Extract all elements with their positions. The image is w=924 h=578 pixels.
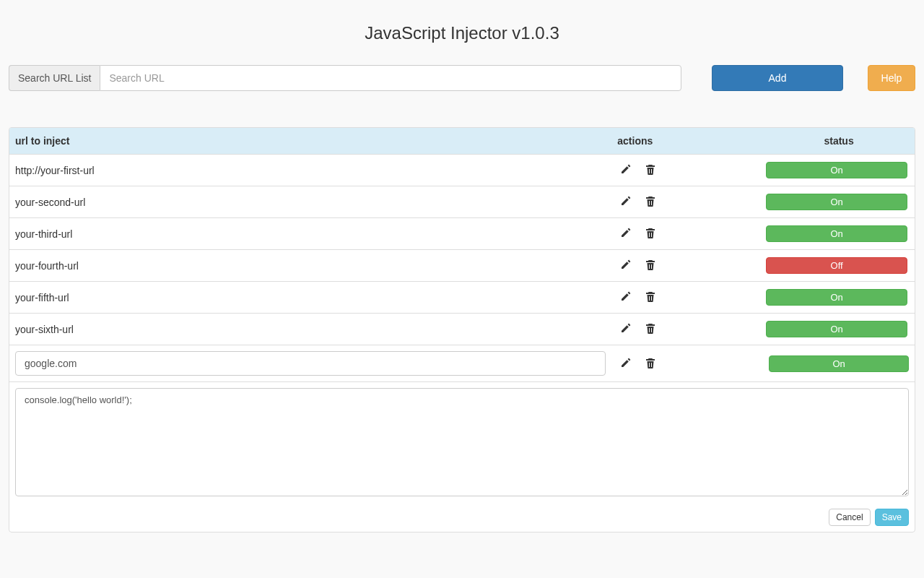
url-cell: your-fifth-url bbox=[9, 282, 611, 314]
status-toggle-button[interactable]: On bbox=[769, 355, 909, 372]
status-toggle-button[interactable]: Off bbox=[766, 257, 907, 274]
status-toggle-button[interactable]: On bbox=[766, 321, 907, 337]
col-header-url: url to inject bbox=[9, 128, 611, 155]
trash-icon bbox=[645, 290, 656, 304]
status-cell: On bbox=[763, 314, 915, 345]
col-header-actions: actions bbox=[611, 128, 763, 155]
status-cell: On bbox=[763, 282, 915, 314]
trash-icon bbox=[645, 195, 656, 209]
table-row: On bbox=[9, 345, 915, 382]
pencil-icon bbox=[620, 195, 632, 209]
pencil-icon bbox=[620, 163, 632, 177]
url-edit-input[interactable] bbox=[15, 351, 606, 376]
delete-button[interactable] bbox=[642, 289, 659, 306]
pencil-icon bbox=[620, 259, 632, 272]
status-cell: On bbox=[763, 345, 915, 382]
trash-icon bbox=[645, 259, 656, 272]
status-cell: On bbox=[763, 155, 915, 186]
url-cell: your-third-url bbox=[9, 218, 611, 250]
status-toggle-button[interactable]: On bbox=[766, 194, 907, 210]
actions-cell bbox=[611, 218, 763, 250]
search-input[interactable] bbox=[100, 65, 681, 91]
table-row: your-fifth-url On bbox=[9, 282, 915, 314]
trash-icon bbox=[645, 322, 656, 336]
pencil-icon bbox=[620, 322, 632, 336]
url-cell: your-second-url bbox=[9, 186, 611, 218]
url-cell: http://your-first-url bbox=[9, 155, 611, 186]
trash-icon bbox=[645, 163, 656, 177]
url-cell: your-sixth-url bbox=[9, 314, 611, 345]
code-row bbox=[9, 382, 915, 505]
edit-button[interactable] bbox=[617, 225, 635, 242]
actions-cell bbox=[611, 314, 763, 345]
url-cell bbox=[9, 345, 611, 382]
url-table-panel: url to inject actions status http://your… bbox=[9, 127, 915, 532]
pencil-icon bbox=[620, 357, 632, 371]
table-row: your-sixth-url On bbox=[9, 314, 915, 345]
page-title: JavaScript Injector v1.0.3 bbox=[9, 23, 915, 43]
col-header-status: status bbox=[763, 128, 915, 155]
table-row: your-fourth-url Off bbox=[9, 250, 915, 282]
edit-button[interactable] bbox=[617, 289, 635, 306]
cancel-button[interactable]: Cancel bbox=[829, 509, 870, 526]
search-addon-label: Search URL List bbox=[9, 65, 100, 91]
status-toggle-button[interactable]: On bbox=[766, 162, 907, 178]
spacer bbox=[681, 65, 712, 91]
delete-button[interactable] bbox=[642, 355, 659, 372]
pencil-icon bbox=[620, 227, 632, 241]
delete-button[interactable] bbox=[642, 321, 659, 337]
edit-button[interactable] bbox=[617, 321, 635, 337]
url-cell: your-fourth-url bbox=[9, 250, 611, 282]
trash-icon bbox=[645, 357, 656, 371]
status-cell: On bbox=[763, 218, 915, 250]
trash-icon bbox=[645, 227, 656, 241]
edit-button[interactable] bbox=[617, 355, 635, 372]
actions-cell bbox=[611, 282, 763, 314]
status-cell: On bbox=[763, 186, 915, 218]
delete-button[interactable] bbox=[642, 162, 659, 178]
save-button[interactable]: Save bbox=[875, 509, 909, 526]
code-textarea[interactable] bbox=[15, 388, 909, 496]
edit-button[interactable] bbox=[617, 194, 635, 210]
top-bar: Search URL List Add Help bbox=[9, 65, 915, 91]
delete-button[interactable] bbox=[642, 225, 659, 242]
add-button[interactable]: Add bbox=[712, 65, 843, 91]
edit-button[interactable] bbox=[617, 162, 635, 178]
status-toggle-button[interactable]: On bbox=[766, 225, 907, 242]
actions-cell bbox=[611, 250, 763, 282]
help-button[interactable]: Help bbox=[868, 65, 915, 91]
status-cell: Off bbox=[763, 250, 915, 282]
actions-cell bbox=[611, 186, 763, 218]
footer-row: CancelSave bbox=[9, 504, 915, 532]
table-row: your-third-url On bbox=[9, 218, 915, 250]
edit-button[interactable] bbox=[617, 257, 635, 274]
url-table: url to inject actions status http://your… bbox=[9, 128, 915, 532]
delete-button[interactable] bbox=[642, 257, 659, 274]
pencil-icon bbox=[620, 290, 632, 304]
actions-cell bbox=[611, 155, 763, 186]
actions-cell bbox=[611, 345, 763, 382]
status-toggle-button[interactable]: On bbox=[766, 289, 907, 306]
delete-button[interactable] bbox=[642, 194, 659, 210]
table-row: your-second-url On bbox=[9, 186, 915, 218]
table-row: http://your-first-url On bbox=[9, 155, 915, 186]
search-group: Search URL List bbox=[9, 65, 681, 91]
